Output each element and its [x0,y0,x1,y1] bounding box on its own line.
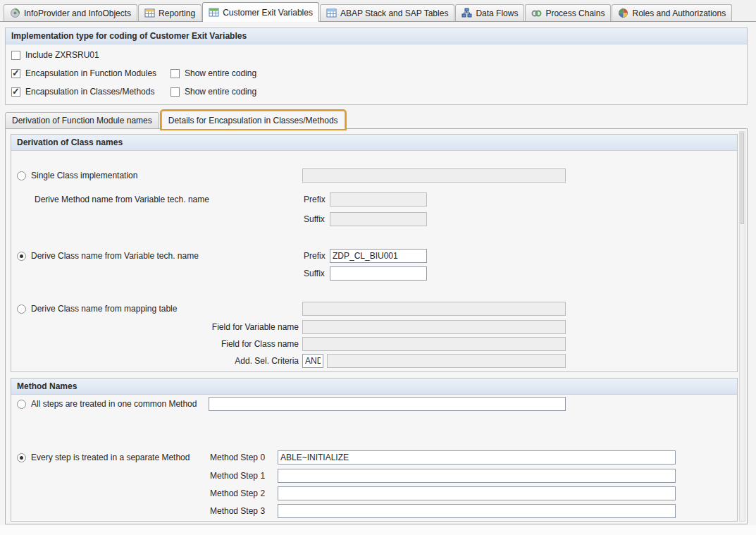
infoprovider-icon [10,8,20,18]
reporting-icon [144,8,155,18]
include-zxrsru01-label: Include ZXRSRU01 [25,50,99,60]
encapsulation-fm-row: Encapsulation in Function Modules Show e… [11,66,741,81]
group-title: Implementation type for coding of Custom… [6,28,747,44]
encapsulation-fm-checkbox[interactable] [11,69,20,78]
add-sel-criteria-row: Add. Sel. Criteria [17,353,731,369]
method-step-3-input[interactable] [278,504,676,518]
derive-class-suffix-row: Suffix [17,266,731,281]
tab-label: Reporting [159,8,195,18]
criteria-value-input[interactable] [327,354,566,368]
common-method-label: All steps are treated in one common Meth… [31,399,197,409]
scrollbar-thumb[interactable] [740,133,744,224]
mapping-table-radio[interactable] [17,305,26,314]
customer-exit-variables-icon [209,7,219,18]
common-method-input[interactable] [209,397,566,411]
group-title: Derivation of Class names [11,135,737,151]
subtab-details-for-encapsulation-in-classes-methods[interactable]: Details for Encapsulation in Classes/Met… [161,111,345,129]
field-for-class-name-input[interactable] [302,337,566,351]
add-sel-criteria-label: Add. Sel. Criteria [17,356,299,366]
field-for-variable-name-row: Field for Variable name [17,319,731,335]
method-step-2-row: Method Step 2 [17,486,731,501]
mapping-table-label: Derive Class name from mapping table [31,304,177,314]
tab-reporting[interactable]: Reporting [138,4,202,21]
separate-method-row: Every step is treated in a separate Meth… [17,450,731,465]
method-step-1-input[interactable] [278,469,676,483]
field-for-class-name-row: Field for Class name [17,336,731,352]
tab-abap-stack-and-sap-tables[interactable]: ABAP Stack and SAP Tables [320,4,454,21]
method-step-3-row: Method Step 3 [17,503,731,519]
encapsulation-cm-label: Encapsulation in Classes/Methods [25,87,154,97]
mapping-table-input[interactable] [302,302,566,316]
derive-method-name-label: Derive Method name from Variable tech. n… [35,195,209,204]
include-zxrsru01-row: Include ZXRSRU01 [11,47,741,63]
method-step-2-input[interactable] [278,486,676,500]
show-entire-coding-cm-label: Show entire coding [185,87,256,97]
encapsulation-cm-checkbox[interactable] [11,87,20,97]
derive-class-name-row: Derive Class name from Variable tech. na… [17,248,731,264]
separate-method-radio[interactable] [17,453,26,462]
single-class-row: Single Class implementation [17,168,731,183]
group-title: Method Names [11,379,737,395]
roles-authorizations-icon [618,8,628,18]
single-class-input[interactable] [302,168,566,183]
tab-label: Data Flows [476,8,518,18]
tab-roles-and-authorizations[interactable]: Roles and Authorizations [612,4,732,21]
method-step-0-label: Method Step 0 [210,453,265,462]
implementation-type-group: Implementation type for coding of Custom… [5,27,748,105]
show-entire-coding-cm-checkbox[interactable] [171,87,180,97]
sub-tab-bar: Derivation of Function Module names Deta… [5,111,347,129]
abap-tables-icon [326,8,337,18]
single-class-radio[interactable] [17,171,26,180]
tab-label: Customer Exit Variables [223,8,313,18]
derive-method-suffix-row: Suffix [17,211,731,227]
encapsulation-cm-row: Encapsulation in Classes/Methods Show en… [11,84,741,99]
method-prefix-input[interactable] [330,192,427,207]
method-step-2-label: Method Step 2 [210,488,265,498]
method-suffix-input[interactable] [330,212,427,226]
show-entire-coding-fm-checkbox[interactable] [171,69,180,78]
subtab-label: Details for Encapsulation in Classes/Met… [168,116,338,125]
suffix-label: Suffix [304,269,325,278]
prefix-label: Prefix [304,195,326,204]
common-method-row: All steps are treated in one common Meth… [17,396,731,412]
class-suffix-input[interactable] [330,266,427,281]
method-step-1-label: Method Step 1 [210,471,265,481]
tab-infoprovider-and-infoobjects[interactable]: InfoProvider and InfoObjects [4,4,137,21]
criteria-operator-input[interactable] [302,354,323,368]
show-entire-coding-fm-label: Show entire coding [185,68,256,78]
process-chains-icon [531,8,542,18]
method-step-0-input[interactable] [278,450,676,465]
include-zxrsru01-checkbox[interactable] [11,51,20,60]
derive-class-radio[interactable] [17,252,26,261]
field-for-variable-name-label: Field for Variable name [17,322,299,332]
tab-label: InfoProvider and InfoObjects [24,8,131,18]
tab-process-chains[interactable]: Process Chains [525,4,611,21]
separate-method-label: Every step is treated in a separate Meth… [31,453,190,462]
suffix-label: Suffix [304,214,325,224]
field-for-variable-name-input[interactable] [302,320,566,334]
single-class-label: Single Class implementation [31,171,137,180]
common-method-radio[interactable] [17,400,26,409]
method-step-3-label: Method Step 3 [210,506,265,516]
prefix-label: Prefix [304,251,326,261]
mapping-table-row: Derive Class name from mapping table [17,301,731,316]
class-prefix-input[interactable] [330,249,427,263]
tab-label: ABAP Stack and SAP Tables [340,8,448,18]
derive-class-label: Derive Class name from Variable tech. na… [31,251,199,261]
data-flows-icon [461,8,472,18]
subtab-derivation-of-function-module-names[interactable]: Derivation of Function Module names [5,112,159,129]
method-step-1-row: Method Step 1 [17,468,731,484]
field-for-class-name-label: Field for Class name [17,339,299,349]
bottom-strip [0,525,756,535]
tab-customer-exit-variables[interactable]: Customer Exit Variables [202,2,319,22]
derivation-of-class-names-group: Derivation of Class names Single Class i… [11,134,738,372]
classes-methods-details-panel: Derivation of Class names Single Class i… [5,128,748,524]
subtab-label: Derivation of Function Module names [12,116,152,125]
method-names-group: Method Names All steps are treated in on… [11,378,738,522]
vertical-scrollbar[interactable] [739,131,745,522]
tab-data-flows[interactable]: Data Flows [455,4,524,21]
tab-label: Process Chains [545,8,605,18]
tab-label: Roles and Authorizations [632,8,726,18]
main-tab-bar: InfoProvider and InfoObjects Reporting C… [0,0,756,22]
derive-method-name-row: Derive Method name from Variable tech. n… [17,192,731,207]
